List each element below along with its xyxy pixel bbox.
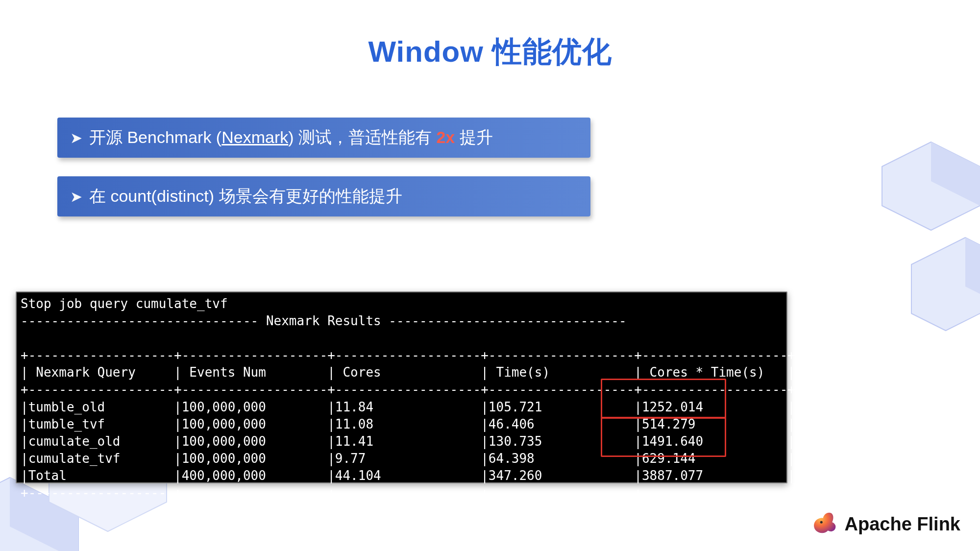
term-header-row: | Nexmark Query | Events Num | Cores | T… [21,365,949,380]
apache-flink-logo: Apache Flink [811,510,961,538]
flink-squirrel-icon [811,510,838,538]
bullet-2: ➤ 在 count(distinct) 场景会有更好的性能提升 [57,176,590,216]
term-row-3: |cumulate_tvf |100,000,000 |9.77 |64.398… [21,451,949,466]
slide: Window 性能优化 ➤ 开源 Benchmark (Nexmark) 测试，… [0,0,980,551]
term-results-title: ------------------------------- Nexmark … [21,313,627,328]
term-row-1: |tumble_tvf |100,000,000 |11.08 |46.406 … [21,417,949,431]
bullet-1-post: 提升 [455,128,492,146]
terminal-pre: Stop job query cumulate_tvf ------------… [21,295,783,502]
term-dash-mid: +-------------------+-------------------… [21,382,949,397]
term-dash-bot: +-------------------+-------------------… [21,485,949,500]
bullet-1-pre: 开源 Benchmark ( [89,128,221,146]
bullet-1-mid: ) 测试，普适性能有 [288,128,436,146]
bullet-1: ➤ 开源 Benchmark (Nexmark) 测试，普适性能有 2x 提升 [57,118,590,158]
terminal-output: Stop job query cumulate_tvf ------------… [16,291,787,483]
svg-point-7 [820,521,822,524]
term-row-4: |Total |400,000,000 |44.104 |347.260 |38… [21,468,949,483]
term-row-2: |cumulate_old |100,000,000 |11.41 |130.7… [21,434,949,449]
bullet-arrow-icon: ➤ [70,129,82,146]
slide-title: Window 性能优化 [0,32,980,72]
term-row-0: |tumble_old |100,000,000 |11.84 |105.721… [21,400,949,414]
term-dash-top: +-------------------+-------------------… [21,348,949,362]
bullet-1-highlight: 2x [436,128,455,146]
bullet-1-text: 开源 Benchmark (Nexmark) 测试，普适性能有 2x 提升 [89,126,493,149]
logo-text: Apache Flink [845,514,961,535]
nexmark-link[interactable]: Nexmark [221,128,288,146]
term-stop-line: Stop job query cumulate_tvf [21,296,228,311]
bullet-arrow-icon: ➤ [70,188,82,205]
bullet-2-text: 在 count(distinct) 场景会有更好的性能提升 [89,185,402,208]
bullet-list: ➤ 开源 Benchmark (Nexmark) 测试，普适性能有 2x 提升 … [57,118,590,235]
